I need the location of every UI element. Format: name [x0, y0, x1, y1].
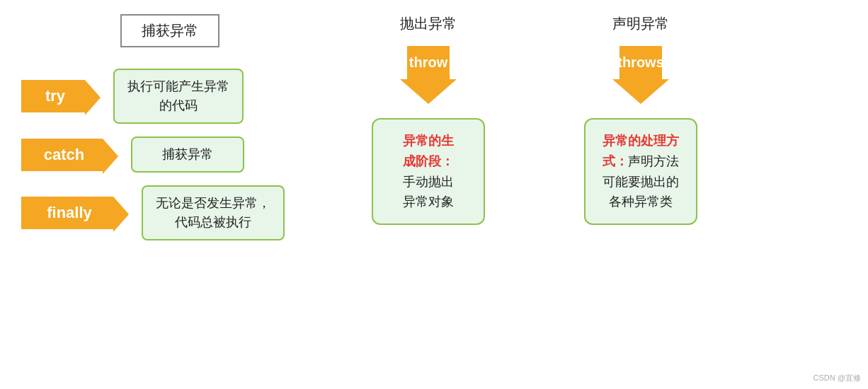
throws-keyword: throws [619, 46, 662, 79]
throw-arrow-head [400, 79, 457, 104]
capture-title: 捕获异常 [120, 14, 219, 47]
try-desc: 执行可能产生异常的代码 [113, 69, 244, 124]
catch-desc: 捕获异常 [131, 137, 244, 173]
throws-desc: 异常的处理方式：声明方法可能要抛出的各种异常类 [584, 118, 697, 225]
throw-desc-red: 异常的生成阶段： [403, 134, 454, 168]
finally-row: finally 无论是否发生异常，代码总被执行 [21, 185, 319, 240]
capture-title-container: 捕获异常 [21, 14, 319, 47]
throw-arrow: throw [400, 46, 457, 104]
right-title: 声明异常 [612, 14, 669, 33]
try-row: try 执行可能产生异常的代码 [21, 69, 319, 124]
main-container: 捕获异常 try 执行可能产生异常的代码 catch 捕获异常 finally … [0, 0, 868, 389]
throw-desc: 异常的生成阶段： 手动抛出异常对象 [372, 118, 485, 225]
catch-row: catch 捕获异常 [21, 137, 319, 173]
watermark: CSDN @宜修 [813, 373, 861, 383]
middle-section: 抛出异常 throw 异常的生成阶段： 手动抛出异常对象 [319, 14, 524, 375]
finally-desc: 无论是否发生异常，代码总被执行 [142, 185, 285, 240]
right-section: 声明异常 throws 异常的处理方式：声明方法可能要抛出的各种异常类 [524, 14, 736, 375]
finally-keyword: finally [21, 197, 113, 229]
middle-title: 抛出异常 [400, 14, 457, 33]
catch-keyword: catch [21, 139, 103, 171]
throw-keyword: throw [407, 46, 450, 79]
left-section: 捕获异常 try 执行可能产生异常的代码 catch 捕获异常 finally … [21, 14, 319, 375]
try-keyword: try [21, 80, 85, 112]
throws-arrow: throws [612, 46, 669, 104]
throws-desc-red: 异常的处理方式： [603, 134, 679, 168]
throws-arrow-head [612, 79, 669, 104]
